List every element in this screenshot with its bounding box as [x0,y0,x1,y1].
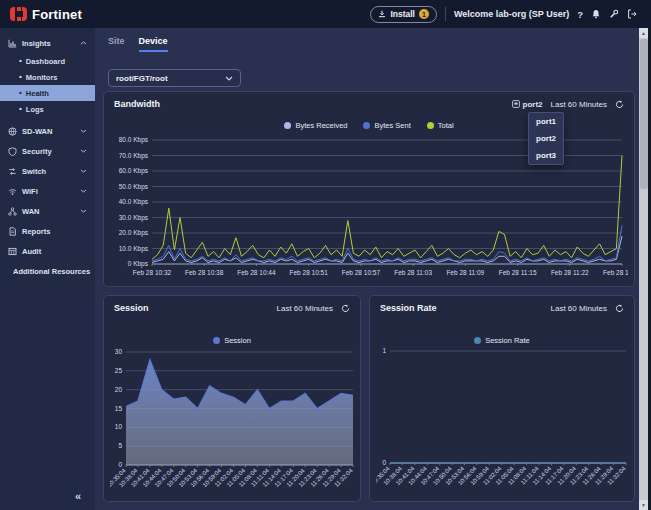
session-panel: Session Last 60 Minutes Session 05101520… [103,295,361,502]
sidebar-item-sdwan[interactable]: SD-WAN [0,121,95,141]
brand: Fortinet [0,7,82,22]
svg-text:30.0 Kbps: 30.0 Kbps [119,214,149,222]
scroll-down-button[interactable]: ▼ [639,500,648,510]
sidebar-item-reports[interactable]: Reports [0,221,95,241]
sidebar-item-logs[interactable]: •Logs [0,101,95,117]
panel-title: Bandwidth [114,99,160,109]
svg-text:Feb 28 11:28: Feb 28 11:28 [603,269,628,276]
help-icon[interactable]: ? [577,9,583,20]
svg-text:10: 10 [115,423,123,430]
session-legend: Session [104,336,360,345]
svg-text:Feb 28 10:51: Feb 28 10:51 [290,269,329,276]
svg-text:20.0 Kbps: 20.0 Kbps [119,229,149,237]
shield-icon [8,147,17,156]
insights-icon [8,39,17,48]
svg-text:Feb 28 11:22: Feb 28 11:22 [551,269,589,276]
chevron-up-icon [80,41,87,45]
chevron-down-icon [80,189,87,193]
audit-icon [8,247,17,256]
svg-text:5: 5 [118,442,122,449]
device-select-value: root/FGT/root [116,74,168,83]
chevron-down-icon [80,169,87,173]
sidebar-item-dashboard[interactable]: •Dashboard [0,53,95,69]
topbar: Fortinet Install 1 Welcome lab-org (SP U… [0,0,651,28]
welcome-text: Welcome lab-org (SP User) [454,9,569,19]
port-icon [512,100,520,108]
legend-item: Bytes Sent [363,121,410,130]
sidebar: Insights •Dashboard •Monitors •Health •L… [0,28,95,510]
sidebar-item-wifi[interactable]: WiFi [0,181,95,201]
logout-icon[interactable] [627,9,637,19]
svg-text:80.0 Kbps: 80.0 Kbps [119,136,149,144]
svg-text:70.0 Kbps: 70.0 Kbps [119,152,149,160]
chevron-down-icon [80,149,87,153]
bullet-icon: • [19,57,22,65]
svg-text:10.0 Kbps: 10.0 Kbps [119,245,149,253]
vertical-scrollbar[interactable]: ▲ ▼ [639,28,648,510]
refresh-icon[interactable] [341,304,350,313]
time-range-label: Last 60 Minutes [551,304,607,313]
time-range-label: Last 60 Minutes [551,100,607,109]
session-rate-legend: Session Rate [370,336,634,345]
svg-text:15: 15 [115,405,123,412]
legend-dot-session [213,337,220,344]
svg-text:50.0 Kbps: 50.0 Kbps [119,183,149,191]
install-button[interactable]: Install 1 [370,6,437,23]
wifi-icon [8,187,17,196]
port-option-port2[interactable]: port2 [529,130,563,147]
tab-bar: Site Device [108,36,168,52]
install-label: Install [390,9,415,19]
wan-icon [8,207,17,216]
svg-text:Feb 28 10:44: Feb 28 10:44 [237,269,276,276]
main-content: Site Device root/FGT/root Bandwidth port… [95,28,639,510]
sidebar-item-wan[interactable]: WAN [0,201,95,221]
port-option-port3[interactable]: port3 [529,147,563,164]
svg-text:30: 30 [115,348,123,355]
sidebar-collapse-button[interactable]: « [75,490,81,502]
session-rate-chart: 0110:35:0410:38:0410:41:0410:44:0410:47:… [376,348,630,498]
tab-site[interactable]: Site [108,36,125,52]
sidebar-item-security[interactable]: Security [0,141,95,161]
tab-device[interactable]: Device [139,36,168,52]
port-option-port1[interactable]: port1 [529,113,563,130]
legend-item: Session Rate [474,336,530,345]
bullet-icon: • [19,105,22,113]
bell-icon[interactable] [591,9,601,19]
scrollbar-thumb[interactable] [640,39,648,189]
report-icon [8,227,17,236]
install-badge: 1 [419,9,429,19]
scroll-up-button[interactable]: ▲ [639,28,648,38]
device-select[interactable]: root/FGT/root [108,69,241,87]
svg-text:0 Kbps: 0 Kbps [128,260,149,268]
wrench-icon[interactable] [609,9,619,19]
sidebar-item-insights[interactable]: Insights [0,33,95,53]
session-chart: 05101520253010:35:0410:38:0410:41:0410:4… [110,348,356,498]
svg-text:60.0 Kbps: 60.0 Kbps [119,167,149,175]
bullet-icon: • [19,73,22,81]
topbar-divider [445,7,446,21]
legend-dot-bytes-sent [363,122,370,129]
topbar-actions: Install 1 Welcome lab-org (SP User) ? [370,6,651,23]
svg-text:40.0 Kbps: 40.0 Kbps [119,198,149,206]
bullet-icon: • [19,89,22,97]
app-window: Fortinet Install 1 Welcome lab-org (SP U… [0,0,651,510]
refresh-icon[interactable] [615,100,624,109]
refresh-icon[interactable] [615,304,624,313]
svg-text:Feb 28 11:09: Feb 28 11:09 [446,269,484,276]
sidebar-item-switch[interactable]: Switch [0,161,95,181]
legend-item: Bytes Received [284,121,347,130]
sidebar-item-health[interactable]: •Health [0,85,95,101]
legend-dot-session-rate [474,337,481,344]
svg-text:25: 25 [115,367,123,374]
chevron-down-icon [80,209,87,213]
svg-text:1: 1 [382,348,386,354]
sidebar-item-audit[interactable]: Audit [0,241,95,261]
panel-title: Session [114,303,149,313]
sidebar-item-monitors[interactable]: •Monitors [0,69,95,85]
interface-selector[interactable]: port2 [512,100,543,109]
port-dropdown-menu: port1 port2 port3 [528,112,564,165]
svg-text:Feb 28 10:32: Feb 28 10:32 [133,269,172,276]
svg-text:Feb 28 10:38: Feb 28 10:38 [185,269,224,276]
sidebar-item-additional-resources[interactable]: Additional Resources [0,261,95,281]
brand-name: Fortinet [32,7,82,22]
